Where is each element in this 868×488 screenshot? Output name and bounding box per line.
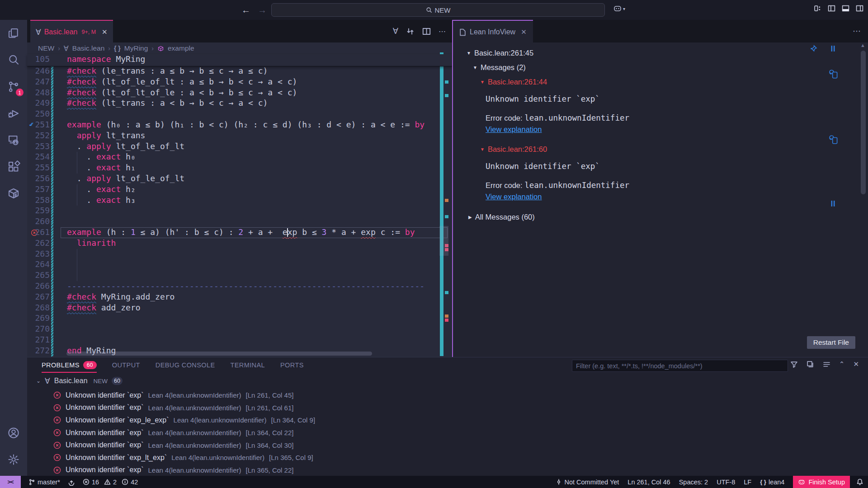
problem-row[interactable]: Unknown identifier `exp`Lean 4(lean.unkn… xyxy=(27,464,868,477)
code-line-263[interactable]: 263 xyxy=(27,249,452,260)
code-line-246[interactable]: 246#check (le_trans : a ≤ b → b ≤ c → a … xyxy=(27,66,452,77)
sticky-scroll-line[interactable]: 105 namespace MyRing xyxy=(27,54,452,66)
problem-row[interactable]: Unknown identifier `exp`Lean 4(lean.unkn… xyxy=(27,402,868,414)
breadcrumb-root[interactable]: NEW xyxy=(38,44,54,52)
source-control-icon[interactable]: 1 xyxy=(6,80,21,94)
more-actions-icon[interactable]: ⋯ xyxy=(439,27,447,36)
collapse-all-icon[interactable] xyxy=(823,361,830,368)
message-location[interactable]: ▼ Basic.lean:261:44 xyxy=(480,78,868,86)
encoding-item[interactable]: UTF-8 xyxy=(717,479,735,486)
problems-summary-item[interactable]: 16 2 42 xyxy=(83,479,138,486)
explorer-icon[interactable] xyxy=(6,26,21,41)
code-line-256[interactable]: 256 . apply lt_of_le_of_lt xyxy=(27,174,452,184)
infoview-position-header[interactable]: ▼ Basic.lean:261:45 xyxy=(467,49,868,57)
code-line-251[interactable]: ✓✓251example (h₀ : a ≤ b) (h₁ : b < c) (… xyxy=(27,120,452,131)
git-branch-item[interactable]: master* xyxy=(28,479,60,486)
tab-problems[interactable]: PROBLEMS 60 xyxy=(42,361,97,369)
indentation-item[interactable]: Spaces: 2 xyxy=(679,479,708,486)
breadcrumb-file[interactable]: Basic.lean xyxy=(72,44,105,52)
view-explanation-link[interactable]: View explanation xyxy=(486,192,868,201)
problems-file-row[interactable]: ⌄ ∀ Basic.lean NEW 60 xyxy=(36,375,123,387)
code-line-248[interactable]: 248#check (lt_of_lt_of_le : a < b → b ≤ … xyxy=(27,88,452,99)
command-center-search[interactable]: NEW xyxy=(271,3,605,17)
more-actions-icon[interactable]: ⋯ xyxy=(853,26,861,36)
code-editor[interactable]: 246#check (le_trans : a ≤ b → b ≤ c → a … xyxy=(27,66,452,357)
message-location[interactable]: ▼ Basic.lean:261:60 xyxy=(480,145,868,154)
code-line-254[interactable]: 254 . exact h₀ xyxy=(27,152,452,163)
problem-row[interactable]: Unknown identifier `exp`Lean 4(lean.unkn… xyxy=(27,439,868,451)
tab-lean-infoview[interactable]: Lean InfoView ✕ xyxy=(453,20,533,43)
code-line-261[interactable]: 261example (h : 1 ≤ a) (h' : b ≤ c) : 2 … xyxy=(27,227,452,238)
code-line-250[interactable]: 250 xyxy=(27,109,452,120)
code-line-253[interactable]: 253 . apply lt_of_le_of_lt xyxy=(27,141,452,152)
breadcrumb[interactable]: NEW › ∀ Basic.lean › { } MyRing › exampl… xyxy=(38,42,194,54)
code-line-269[interactable]: 269 xyxy=(27,313,452,324)
close-icon[interactable]: ✕ xyxy=(102,28,108,36)
problem-row[interactable]: Unknown identifier `exp`Lean 4(lean.unkn… xyxy=(27,389,868,402)
problem-row[interactable]: Unknown identifier `exp`Lean 4(lean.unkn… xyxy=(27,427,868,439)
problems-filter-input[interactable]: Filter (e.g. text, **/*.ts, !**/node_mod… xyxy=(572,360,788,372)
horizontal-scrollbar[interactable] xyxy=(66,352,372,356)
code-line-265[interactable]: 265 xyxy=(27,270,452,281)
code-line-266[interactable]: 266-------------------------------------… xyxy=(27,281,452,292)
close-icon[interactable]: ✕ xyxy=(521,28,527,36)
account-icon[interactable] xyxy=(6,426,21,440)
problem-row[interactable]: Unknown identifier `exp_lt_exp`Lean 4(le… xyxy=(27,451,868,464)
remote-explorer-icon[interactable] xyxy=(6,133,21,147)
pause-all-messages-icon[interactable] xyxy=(830,200,836,207)
split-editor-icon[interactable] xyxy=(422,27,431,36)
code-line-267[interactable]: 267#check MyRing.add_zero xyxy=(27,292,452,303)
vertical-scrollbar[interactable] xyxy=(439,226,448,256)
search-icon[interactable] xyxy=(6,53,21,67)
tab-ports[interactable]: PORTS xyxy=(280,361,304,369)
eol-item[interactable]: LF xyxy=(744,479,751,486)
messages-header[interactable]: ▼ Messages (2) xyxy=(473,63,868,72)
code-line-264[interactable]: 264 xyxy=(27,259,452,270)
publish-changes-item[interactable] xyxy=(68,479,75,486)
lean-infoview-toggle-icon[interactable]: ∀ xyxy=(393,26,398,36)
copilot-menu[interactable]: ▾ xyxy=(613,4,625,13)
code-line-258[interactable]: 258 . exact h₃ xyxy=(27,195,452,206)
settings-gear-icon[interactable] xyxy=(6,452,21,467)
breadcrumb-namespace[interactable]: MyRing xyxy=(124,44,148,52)
cursor-position-item[interactable]: Ln 261, Col 46 xyxy=(627,479,670,486)
copy-to-comment-icon[interactable] xyxy=(829,70,839,80)
tab-terminal[interactable]: TERMINAL xyxy=(231,361,265,369)
code-line-252[interactable]: 252 apply lt_trans xyxy=(27,131,452,141)
filter-funnel-icon[interactable] xyxy=(790,361,798,368)
tab-debug-console[interactable]: DEBUG CONSOLE xyxy=(156,361,215,369)
toggle-primary-sidebar-icon[interactable] xyxy=(828,5,835,12)
copy-to-comment-icon[interactable] xyxy=(829,135,839,145)
commit-status-item[interactable]: Not Committed Yet xyxy=(556,479,619,486)
code-line-271[interactable]: 271 xyxy=(27,335,452,346)
code-line-255[interactable]: 255 . exact h₁ xyxy=(27,163,452,174)
restart-file-button[interactable]: Restart File xyxy=(807,336,855,349)
code-line-270[interactable]: 270 xyxy=(27,324,452,335)
code-line-247[interactable]: 247#check (lt_of_le_of_lt : a ≤ b → b < … xyxy=(27,77,452,88)
pause-updating-icon[interactable] xyxy=(830,45,836,52)
navigate-back-icon[interactable]: ← xyxy=(241,5,250,15)
run-debug-icon[interactable] xyxy=(6,106,21,121)
code-line-259[interactable]: 259 xyxy=(27,206,452,216)
code-line-257[interactable]: 257 . exact h₂ xyxy=(27,184,452,195)
view-as-table-icon[interactable] xyxy=(807,361,814,368)
problem-row[interactable]: Unknown identifier `exp_le_exp`Lean 4(le… xyxy=(27,414,868,427)
pin-icon[interactable] xyxy=(810,45,817,52)
tab-basic-lean[interactable]: ∀ Basic.lean 9+, M ✕ xyxy=(30,20,113,43)
extensions-icon[interactable] xyxy=(6,160,21,174)
breadcrumb-symbol[interactable]: example xyxy=(168,44,194,52)
code-line-262[interactable]: 262 linarith xyxy=(27,238,452,249)
package-explorer-icon[interactable] xyxy=(6,186,21,201)
view-explanation-link[interactable]: View explanation xyxy=(486,125,868,134)
code-line-268[interactable]: 268#check add_zero xyxy=(27,303,452,314)
code-line-249[interactable]: 249#check (lt_trans : a < b → b < c → a … xyxy=(27,98,452,109)
open-changes-icon[interactable] xyxy=(406,27,415,36)
all-messages-header[interactable]: ▶ All Messages (60) xyxy=(468,213,868,221)
language-mode-item[interactable]: { } lean4 xyxy=(760,479,784,486)
close-panel-icon[interactable]: ✕ xyxy=(853,360,859,368)
finish-setup-button[interactable]: Finish Setup xyxy=(793,476,850,488)
customize-layout-icon[interactable] xyxy=(814,5,821,12)
code-line-260[interactable]: 260 xyxy=(27,216,452,227)
maximize-panel-icon[interactable]: ⌃ xyxy=(839,360,845,368)
tab-output[interactable]: OUTPUT xyxy=(112,361,140,369)
